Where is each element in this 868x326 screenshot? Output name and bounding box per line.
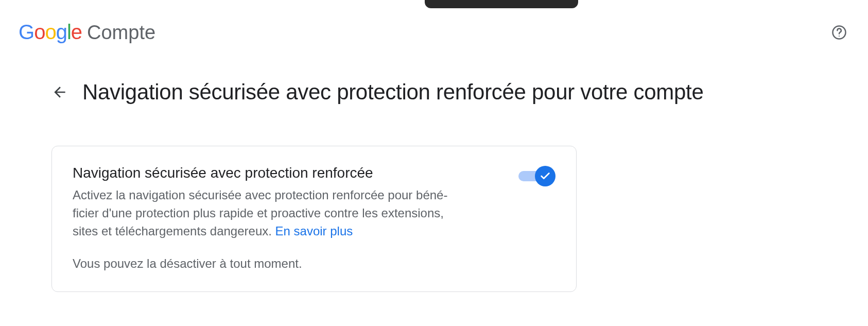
product-name: Compte <box>87 22 155 44</box>
card-text: Navigation sécurisée avec protection ren… <box>73 165 464 271</box>
safe-browsing-card: Navigation sécurisée avec protection ren… <box>51 146 577 292</box>
page-title: Navigation sécurisée avec protection ren… <box>82 80 703 105</box>
check-icon <box>540 170 551 182</box>
title-row: Navigation sécurisée avec protection ren… <box>51 80 868 105</box>
google-logo: G o o g l e <box>19 21 82 44</box>
toggle-thumb <box>535 166 555 186</box>
top-dark-overlay <box>425 0 578 8</box>
enhanced-safe-browsing-toggle[interactable] <box>518 166 555 186</box>
card-title: Navigation sécurisée avec protection ren… <box>73 165 464 181</box>
card-note: Vous pouvez la désactiver à tout moment. <box>73 256 464 271</box>
card-description: Activez la navigation sécurisée avec pro… <box>73 186 464 240</box>
learn-more-link[interactable]: En savoir plus <box>275 224 353 238</box>
logo-letter-e: e <box>71 21 82 44</box>
help-icon[interactable] <box>829 22 849 43</box>
logo-letter-o2: o <box>45 21 56 44</box>
logo-area: G o o g l e Compte <box>19 21 155 44</box>
svg-point-1 <box>839 35 840 36</box>
logo-letter-l: l <box>67 21 71 44</box>
logo-letter-o1: o <box>34 21 45 44</box>
back-arrow-icon[interactable] <box>51 84 68 100</box>
logo-letter-g: G <box>19 21 34 44</box>
logo-letter-g2: g <box>56 21 67 44</box>
card-description-text: Activez la navigation sécurisée avec pro… <box>73 188 447 238</box>
